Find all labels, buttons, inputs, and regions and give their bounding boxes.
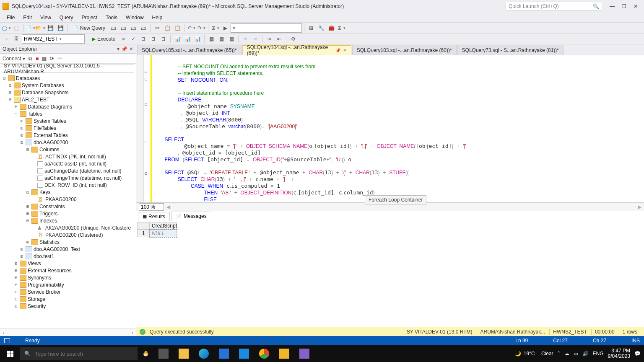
estimated-plan-icon[interactable]: 🗒 bbox=[139, 34, 148, 44]
menu-file[interactable]: File bbox=[3, 13, 19, 22]
paste-icon[interactable]: 📋 bbox=[173, 23, 182, 33]
menu-view[interactable]: View bbox=[36, 13, 55, 22]
tray-overflow-icon[interactable]: ˄ bbox=[558, 351, 560, 357]
volume-icon[interactable]: 🔊 bbox=[582, 351, 589, 357]
grid-cell[interactable]: NULL bbox=[150, 230, 177, 237]
menu-tools[interactable]: Tools bbox=[101, 13, 122, 22]
specify-values-icon[interactable]: ⚙ bbox=[288, 34, 298, 44]
connect-button[interactable]: Connect ▾ bbox=[3, 56, 25, 62]
menu-edit[interactable]: Edit bbox=[19, 13, 36, 22]
disconnect-icon[interactable]: ⧉ bbox=[29, 56, 32, 62]
database-combo[interactable]: HWNS2_TEST bbox=[22, 34, 85, 44]
pin-icon[interactable]: 📌 bbox=[335, 48, 340, 53]
minimize-button[interactable]: — bbox=[606, 2, 618, 11]
nav-back-button[interactable]: ◯ bbox=[2, 23, 11, 33]
menu-help[interactable]: Help bbox=[148, 13, 167, 22]
analysis-xmla-icon[interactable]: 🗃 bbox=[139, 23, 148, 33]
results-grid-icon[interactable]: ▦ bbox=[217, 34, 226, 44]
grid-row-header[interactable]: 1 bbox=[137, 230, 150, 237]
explorer-icon[interactable] bbox=[174, 345, 194, 362]
results-grid[interactable]: CreatScript 1 NULL bbox=[136, 221, 644, 327]
dropdown-icon[interactable]: ▾ bbox=[117, 46, 119, 52]
chrome-icon[interactable] bbox=[254, 345, 274, 362]
tab-messages[interactable]: 📄 Messages bbox=[171, 212, 211, 221]
include-plan-icon[interactable]: 📊 bbox=[173, 34, 182, 44]
onedrive-icon[interactable]: ☁ bbox=[564, 351, 569, 357]
intellisense-icon[interactable]: 🗒 bbox=[159, 34, 168, 44]
breakpoint-gutter[interactable] bbox=[136, 55, 144, 202]
tab-sqlquery104[interactable]: SQLQuery104.sql -...an.Rathnayake (69))*… bbox=[242, 45, 351, 55]
livestats-icon[interactable]: 📊 bbox=[193, 34, 202, 44]
analysis-mdx-icon[interactable]: 🗃 bbox=[119, 23, 128, 33]
comment-icon[interactable]: ≡ bbox=[241, 34, 250, 44]
start-button[interactable] bbox=[0, 345, 20, 362]
search-input[interactable] bbox=[35, 351, 133, 357]
taskbar-search[interactable]: 🔍 bbox=[20, 347, 138, 360]
outline-margin[interactable]: ⊟⊟⊟⊟⊟ bbox=[144, 55, 151, 202]
grid-corner[interactable] bbox=[137, 222, 150, 230]
registered-servers-icon[interactable]: ⊞ bbox=[306, 23, 316, 33]
cancel-query-icon[interactable]: ■ bbox=[119, 34, 128, 44]
results-text-icon[interactable]: ▦ bbox=[207, 34, 216, 44]
start-button[interactable]: ▶ bbox=[221, 23, 230, 33]
indent-icon[interactable]: ⇥ bbox=[265, 34, 274, 44]
grid-header-cell[interactable]: CreatScript bbox=[150, 222, 177, 230]
code-editor[interactable]: ⊟⊟⊟⊟⊟ -- SET NOCOUNT ON added to prevent… bbox=[136, 55, 644, 203]
language-indicator[interactable]: ENG bbox=[593, 351, 604, 357]
save-button[interactable]: 💾 bbox=[46, 23, 55, 33]
toolbox-icon[interactable]: 🧰 bbox=[327, 23, 336, 33]
tab-sqlquery103[interactable]: SQLQuery103.sql -...an.Rathnayake (60))* bbox=[352, 45, 457, 55]
undo-button[interactable]: ↶ bbox=[187, 23, 196, 33]
change-connection-icon[interactable]: ⌁ bbox=[2, 34, 11, 44]
query-options-icon[interactable]: 🗒 bbox=[149, 34, 158, 44]
mail-icon[interactable] bbox=[234, 345, 254, 362]
activity-icon[interactable]: 〰 bbox=[57, 56, 62, 62]
use-db-icon[interactable]: 🗄 bbox=[12, 34, 21, 44]
battery-icon[interactable]: ▭ bbox=[574, 351, 578, 357]
menu-project[interactable]: Project bbox=[78, 13, 101, 22]
zoom-combo[interactable]: 100 % bbox=[139, 203, 164, 211]
save-all-button[interactable]: 💾 bbox=[56, 23, 65, 33]
results-file-icon[interactable]: ▦ bbox=[227, 34, 236, 44]
taskbar-widgets-icon[interactable]: 🐣 bbox=[138, 351, 153, 357]
edge-icon[interactable] bbox=[194, 345, 214, 362]
ssms-taskbar-icon[interactable] bbox=[274, 345, 294, 362]
find-combo[interactable]: ▾ bbox=[231, 23, 302, 33]
weather-widget[interactable]: 🌙 19°C Clear bbox=[515, 351, 553, 357]
outdent-icon[interactable]: ⇤ bbox=[275, 34, 284, 44]
scroll-left-icon[interactable]: ◀ bbox=[166, 204, 170, 210]
refresh-icon[interactable]: ⟳ bbox=[50, 56, 54, 62]
tree-scroll[interactable]: ‹› bbox=[0, 328, 136, 336]
stop-icon[interactable]: ■ bbox=[36, 56, 39, 62]
parse-icon[interactable]: ✓ bbox=[129, 34, 138, 44]
store-icon[interactable] bbox=[214, 345, 234, 362]
clock[interactable]: 3:47 PM 9/04/2023 bbox=[608, 348, 630, 359]
analysis-dmx-icon[interactable]: 🗃 bbox=[129, 23, 138, 33]
layout-icon[interactable]: ⊞ bbox=[337, 23, 346, 33]
scroll-right-icon[interactable]: ▶ bbox=[638, 204, 641, 210]
close-button[interactable]: ✕ bbox=[630, 2, 641, 11]
new-query-button[interactable]: 📄 New Query bbox=[70, 23, 108, 33]
redo-button[interactable]: ↷ bbox=[197, 23, 206, 33]
tab-sqlquery105[interactable]: SQLQuery105.sql -...an.Rathnayake (65))* bbox=[137, 45, 242, 55]
menu-window[interactable]: Window bbox=[122, 13, 148, 22]
nav-fwd-button[interactable]: ◯ bbox=[12, 23, 21, 33]
include-stats-icon[interactable]: 📊 bbox=[183, 34, 192, 44]
properties-icon[interactable]: 🔧 bbox=[317, 23, 326, 33]
server-combo[interactable]: SY-VITALDEV-01 (SQL Server 13.0.1601.5 -… bbox=[2, 65, 134, 73]
menu-query[interactable]: Query bbox=[55, 13, 78, 22]
copy-icon[interactable]: 📋 bbox=[163, 23, 172, 33]
filter-icon[interactable]: ▦ bbox=[42, 56, 47, 62]
pin-icon[interactable]: 📌 bbox=[121, 46, 127, 52]
tab-sqlquery73[interactable]: SQLQuery73.sql - S...an.Rathnayake (81))… bbox=[457, 45, 564, 55]
open-button[interactable]: 📂 bbox=[36, 23, 45, 33]
execute-button[interactable]: ▶ Execute bbox=[89, 34, 118, 44]
notifications-icon[interactable]: 💬 bbox=[634, 351, 641, 357]
sql-code[interactable]: -- SET NOCOUNT ON added to prevent extra… bbox=[152, 55, 644, 202]
tab-results[interactable]: ▦ Results bbox=[138, 212, 170, 221]
quick-launch-input[interactable]: Quick Launch (Ctrl+Q) 🔍 bbox=[506, 2, 602, 11]
visualstudio-icon[interactable] bbox=[294, 345, 314, 362]
taskview-icon[interactable] bbox=[153, 345, 174, 362]
close-panel-icon[interactable]: ✕ bbox=[129, 46, 133, 52]
cut-icon[interactable]: ✂ bbox=[153, 23, 162, 33]
